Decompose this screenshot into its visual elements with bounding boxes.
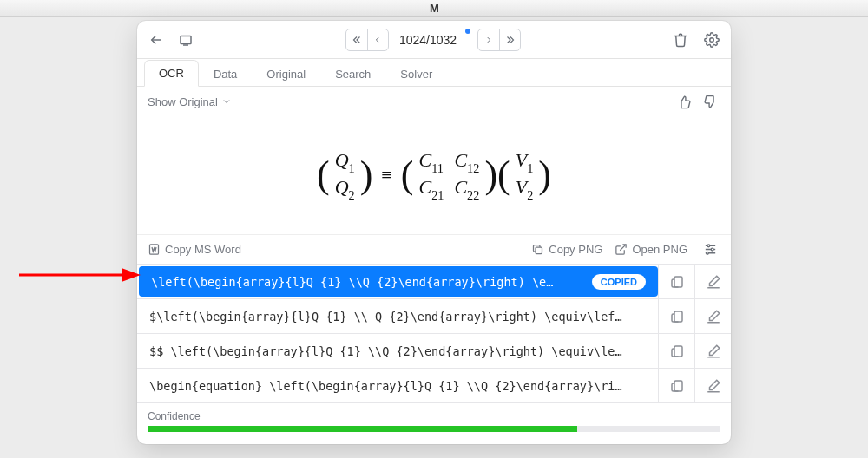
last-page-button[interactable]: [499, 29, 520, 50]
copy-png-button[interactable]: Copy PNG: [531, 243, 602, 256]
tab-bar: OCR Data Original Search Solver: [137, 59, 731, 87]
latex-row[interactable]: $\left(\begin{array}{l}Q_{1} \\ Q_{2}\en…: [137, 299, 731, 334]
thumbs-up-icon[interactable]: [674, 91, 694, 112]
chevron-down-icon: [221, 96, 232, 107]
copy-to-clipboard-icon[interactable]: [658, 299, 694, 333]
next-page-button[interactable]: [478, 29, 499, 50]
pager-next-group: [477, 29, 521, 51]
copy-to-clipboard-icon[interactable]: [658, 265, 694, 298]
svg-rect-1: [181, 36, 191, 43]
toolbar: 1024/1032: [137, 21, 731, 59]
show-original-toggle[interactable]: Show Original: [148, 95, 232, 108]
svg-point-10: [711, 248, 713, 251]
copy-ms-word-button[interactable]: Copy MS Word: [148, 243, 241, 256]
screenshot-icon[interactable]: [175, 29, 196, 50]
confidence-label: Confidence: [148, 410, 720, 422]
equation-preview: ( Q1Q2 ) ≡ ( C11C12 C21C22 ) ( V1V2 ): [137, 116, 731, 234]
latex-text: \begin{equation} \left(\begin{array}{l}Q…: [149, 379, 622, 393]
copied-badge: COPIED: [592, 274, 646, 290]
main-panel: 1024/1032 OCR Data Original Search: [137, 21, 731, 444]
tab-solver[interactable]: Solver: [385, 60, 447, 87]
tab-original[interactable]: Original: [252, 60, 320, 87]
window-titlebar: M: [0, 0, 868, 17]
show-original-label: Show Original: [148, 95, 218, 108]
latex-row[interactable]: \left(\begin{array}{l}Q_{1} \\Q_{2}\end{…: [137, 265, 731, 299]
svg-point-12: [706, 252, 708, 254]
app-logo: M: [430, 2, 438, 15]
latex-row[interactable]: $$ \left(\begin{array}{l}Q_{1} \\Q_{2}\e…: [137, 334, 731, 369]
tab-search[interactable]: Search: [320, 60, 385, 87]
copy-icon: [531, 243, 544, 256]
page-indicator: 1024/1032: [399, 33, 457, 47]
confidence-bar: [148, 426, 720, 432]
svg-rect-13: [674, 277, 682, 287]
copy-to-clipboard-icon[interactable]: [658, 334, 694, 368]
edit-icon[interactable]: [694, 369, 731, 402]
edit-icon[interactable]: [694, 299, 731, 333]
latex-text: \left(\begin{array}{l}Q_{1} \\Q_{2}\end{…: [151, 275, 553, 289]
confidence-fill: [148, 426, 577, 432]
word-icon: [148, 243, 161, 256]
annotation-arrow-icon: [19, 262, 141, 288]
external-link-icon: [615, 243, 628, 256]
back-arrow-icon[interactable]: [146, 29, 167, 50]
svg-point-3: [710, 37, 714, 42]
edit-icon[interactable]: [694, 334, 731, 368]
subbar: Show Original: [137, 87, 731, 116]
confidence-section: Confidence: [137, 403, 731, 444]
svg-point-8: [707, 245, 709, 247]
svg-rect-15: [674, 346, 682, 357]
latex-text: $$ \left(\begin{array}{l}Q_{1} \\Q_{2}\e…: [149, 344, 622, 358]
svg-rect-14: [674, 311, 682, 322]
thumbs-down-icon[interactable]: [700, 91, 720, 112]
sliders-icon[interactable]: [700, 239, 720, 260]
copy-to-clipboard-icon[interactable]: [658, 369, 694, 402]
gear-icon[interactable]: [701, 29, 722, 50]
open-png-button[interactable]: Open PNG: [615, 243, 687, 256]
svg-rect-5: [536, 247, 542, 254]
unsaved-dot-icon: [465, 29, 470, 34]
svg-rect-16: [674, 381, 682, 391]
tab-ocr[interactable]: OCR: [144, 60, 199, 87]
latex-text: $\left(\begin{array}{l}Q_{1} \\ Q_{2}\en…: [149, 310, 622, 324]
first-page-button[interactable]: [346, 29, 367, 50]
svg-line-6: [621, 245, 627, 251]
latex-output-list: \left(\begin{array}{l}Q_{1} \\Q_{2}\end{…: [137, 264, 731, 403]
export-actions: Copy MS Word Copy PNG Open PNG: [137, 234, 731, 264]
latex-row[interactable]: \begin{equation} \left(\begin{array}{l}Q…: [137, 369, 731, 403]
edit-icon[interactable]: [694, 265, 731, 298]
trash-icon[interactable]: [670, 29, 691, 50]
prev-page-button[interactable]: [367, 29, 388, 50]
pager-prev-group: [345, 29, 389, 51]
tab-data[interactable]: Data: [199, 60, 252, 87]
